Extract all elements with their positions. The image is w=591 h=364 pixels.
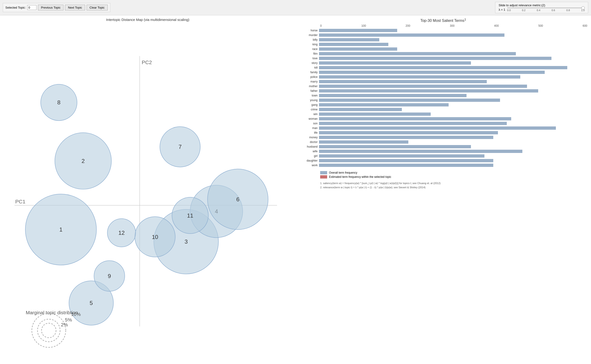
- clear-topic-button[interactable]: Clear Topic: [86, 5, 108, 10]
- table-row: father: [299, 89, 587, 93]
- table-row: money: [299, 135, 587, 139]
- table-row: crime: [299, 107, 587, 111]
- chart-area: 0 100 200 300 400 500 600 horsemurderbil…: [299, 24, 587, 167]
- bar-container: [319, 122, 587, 125]
- table-row: family: [299, 70, 587, 74]
- right-panel: Top-30 Most Salient Terms1 0 100 200 300…: [295, 15, 591, 361]
- bar-container: [319, 117, 587, 120]
- table-row: husband: [299, 145, 587, 149]
- tick-06: 0.6: [551, 9, 555, 12]
- table-row: town: [299, 93, 587, 98]
- bar-fill: [319, 52, 516, 55]
- legend-selected: Estimated term frequency within the sele…: [320, 175, 587, 179]
- table-row: man: [299, 126, 587, 130]
- marginal-label: Marginal topic distribtion: [26, 310, 78, 315]
- bar-fill: [319, 112, 431, 116]
- bar-fill: [319, 84, 527, 88]
- bar-container: [319, 94, 587, 97]
- table-row: horse: [299, 28, 587, 32]
- bar-container: [319, 112, 587, 116]
- bar-fill: [319, 29, 397, 32]
- legend-circle-5pct: [37, 319, 60, 342]
- next-topic-button[interactable]: Next Topic: [65, 5, 85, 10]
- bar-label: film: [299, 52, 319, 55]
- bar-fill: [319, 140, 408, 144]
- bar-fill: [319, 80, 487, 83]
- bar-label: billy: [299, 38, 319, 41]
- bar-label: kill: [299, 66, 319, 69]
- bar-label: crime: [299, 108, 319, 111]
- bar-label: son: [299, 122, 319, 125]
- bar-label: work: [299, 164, 319, 167]
- legend-overall: Overall term frequency: [320, 171, 587, 174]
- bar-container: [319, 43, 587, 46]
- chart-title: Top-30 Most Salient Terms1: [299, 18, 587, 23]
- bar-fill: [319, 66, 567, 69]
- pct-label-5: 5%: [65, 317, 72, 322]
- table-row: marry: [299, 79, 587, 84]
- bar-label: daughter: [299, 159, 319, 162]
- previous-topic-button[interactable]: Previous Topic: [38, 5, 64, 10]
- bar-fill: [319, 57, 551, 60]
- bar-label: girl: [299, 154, 319, 158]
- bar-fill: [319, 38, 379, 41]
- top-bar: Selected Topic: Previous Topic Next Topi…: [0, 0, 591, 15]
- bar-container: [319, 89, 587, 92]
- slider-label: Slide to adjust relevance metric:(2): [499, 3, 545, 7]
- left-panel: Intertopic Distance Map (via multidimens…: [0, 15, 295, 361]
- bar-container: [319, 154, 587, 158]
- bar-fill: [319, 98, 500, 102]
- table-row: son: [299, 121, 587, 125]
- bar-fill: [319, 164, 493, 167]
- table-row: life: [299, 131, 587, 135]
- table-row: girl: [299, 154, 587, 158]
- bar-fill: [319, 71, 545, 74]
- bar-fill: [319, 61, 471, 65]
- slider-row: λ = 1 0.0 0.2 0.4 0.6 0.8 1.0: [499, 7, 585, 12]
- topic-label-11: 11: [187, 212, 193, 219]
- map-title: Intertopic Distance Map (via multidimens…: [2, 18, 293, 22]
- bar-container: [319, 150, 587, 153]
- bar-label: story: [299, 61, 319, 65]
- bar-fill: [319, 159, 493, 162]
- bar-container: [319, 145, 587, 148]
- bar-label: win: [299, 112, 319, 116]
- tick-08: 0.8: [566, 9, 570, 12]
- bar-label: young: [299, 98, 319, 102]
- bar-container: [319, 38, 587, 41]
- bar-fill: [319, 94, 466, 97]
- table-row: kill: [299, 65, 587, 70]
- slider-track[interactable]: [507, 7, 585, 8]
- selected-topic-label: Selected Topic:: [5, 6, 26, 9]
- lambda-label: λ = 1: [499, 8, 505, 11]
- topic-controls: Selected Topic: Previous Topic Next Topi…: [3, 3, 110, 12]
- slider-thumb[interactable]: [581, 6, 585, 10]
- tick-02: 0.2: [522, 9, 525, 12]
- table-row: story: [299, 61, 587, 65]
- pct-label-2: 2%: [61, 322, 68, 327]
- bar-fill: [319, 145, 471, 148]
- bar-fill: [319, 131, 498, 134]
- bar-label: king: [299, 43, 319, 46]
- bar-container: [319, 98, 587, 102]
- bars-container: horsemurderbillykingracefilmlovestorykil…: [299, 28, 587, 167]
- table-row: work: [299, 163, 587, 167]
- selected-topic-input[interactable]: [27, 5, 37, 10]
- bar-container: [319, 140, 587, 144]
- table-row: billy: [299, 38, 587, 42]
- bar-label: doctor: [299, 140, 319, 144]
- bar-label: father: [299, 89, 319, 92]
- topic-label-5: 5: [90, 300, 93, 306]
- bar-fill: [319, 150, 522, 153]
- bar-container: [319, 159, 587, 162]
- table-row: police: [299, 75, 587, 79]
- table-row: woman: [299, 117, 587, 121]
- table-row: win: [299, 112, 587, 116]
- intertopic-map-svg[interactable]: PC2 PC1 1 2 3 4 5 6: [2, 24, 293, 355]
- bar-container: [319, 52, 587, 55]
- bar-fill: [319, 75, 520, 78]
- bar-container: [319, 29, 587, 32]
- bar-container: [319, 84, 587, 88]
- footnotes: 1. saliency(term w) = frequency(w) * [su…: [320, 181, 587, 189]
- bar-container: [319, 136, 587, 139]
